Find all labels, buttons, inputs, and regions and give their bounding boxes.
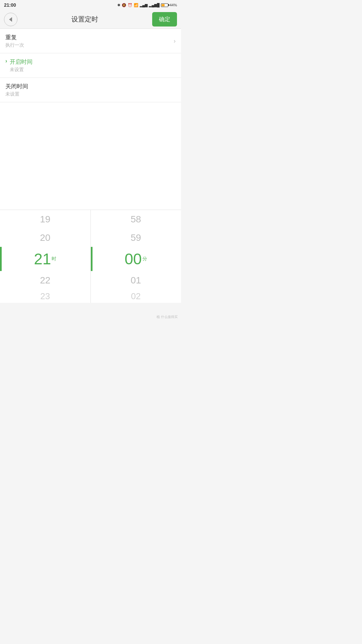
hour-below1: 22 [40,275,50,286]
minute-row-above2: 58 [91,210,181,228]
open-time-title: 开启时间 [10,58,33,66]
minute-selected-row: 00分 [91,247,181,271]
open-time-text: 开启时间 未设置 [10,58,33,73]
repeat-text: 重复 执行一次 [5,34,24,48]
hour-above1: 20 [40,232,50,243]
spacer [0,102,181,210]
repeat-row[interactable]: 重复 执行一次 › [0,29,181,53]
close-time-title: 关闭时间 [5,83,28,90]
minute-selected: 00 [125,250,142,268]
confirm-button[interactable]: 确定 [152,12,177,26]
hour-row-below1: 22 [0,271,90,289]
watermark: 植 什么值得买 [157,315,178,319]
mute-icon: 🔕 [122,3,126,7]
minute-above1: 59 [131,232,141,243]
battery-percentage: 44% [170,3,177,7]
repeat-chevron-icon: › [174,38,176,45]
minute-row-below1: 01 [91,271,181,289]
alarm-icon: ⏰ [128,3,132,7]
time-picker[interactable]: 19 20 21时 22 23 58 59 00分 [0,210,181,303]
hour-row-above2: 19 [0,210,90,228]
minute-below1: 01 [131,275,141,286]
battery-icon [161,3,168,7]
close-time-subtitle: 未设置 [5,91,28,97]
back-chevron-icon [9,17,12,22]
minute-below2: 02 [131,291,141,302]
bluetooth-icon: ✱ [117,3,120,7]
status-bar: 21:00 ✱ 🔕 ⏰ 📶 ▂▄▆ ▂▄▆█ 44% [0,0,181,10]
hour-unit: 时 [52,256,56,262]
content: 重复 执行一次 › › 开启时间 未设置 关闭时间 未设置 19 [0,29,181,303]
close-time-text: 关闭时间 未设置 [5,83,28,97]
repeat-subtitle: 执行一次 [5,42,24,48]
hour-row-above1: 20 [0,228,90,247]
open-time-active-chevron-icon: › [5,58,7,64]
open-time-row[interactable]: › 开启时间 未设置 [0,53,181,78]
open-time-left: › 开启时间 未设置 [5,58,33,73]
signal-icon2: ▂▄▆█ [149,3,160,7]
wifi-icon: 📶 [134,3,138,7]
minute-above2: 58 [131,214,141,225]
minute-row-below2: 02 [91,289,181,303]
hour-selected: 21 [34,250,51,268]
minute-column[interactable]: 58 59 00分 01 02 [91,210,181,303]
status-time: 21:00 [4,2,16,8]
hour-below2: 23 [40,291,50,302]
repeat-title: 重复 [5,34,24,41]
header: 设置定时 确定 [0,10,181,29]
back-button[interactable] [4,13,17,26]
hour-selected-row: 21时 [0,247,90,271]
close-time-row[interactable]: 关闭时间 未设置 [0,78,181,102]
hour-above2: 19 [40,214,50,225]
signal-icon1: ▂▄▆ [140,3,148,7]
hour-row-below2: 23 [0,289,90,303]
hour-column[interactable]: 19 20 21时 22 23 [0,210,91,303]
minute-row-above1: 59 [91,228,181,247]
page-title: 设置定时 [17,15,152,24]
minute-unit: 分 [142,256,147,262]
status-icons: ✱ 🔕 ⏰ 📶 ▂▄▆ ▂▄▆█ 44% [117,3,177,7]
open-time-subtitle: 未设置 [10,67,33,73]
